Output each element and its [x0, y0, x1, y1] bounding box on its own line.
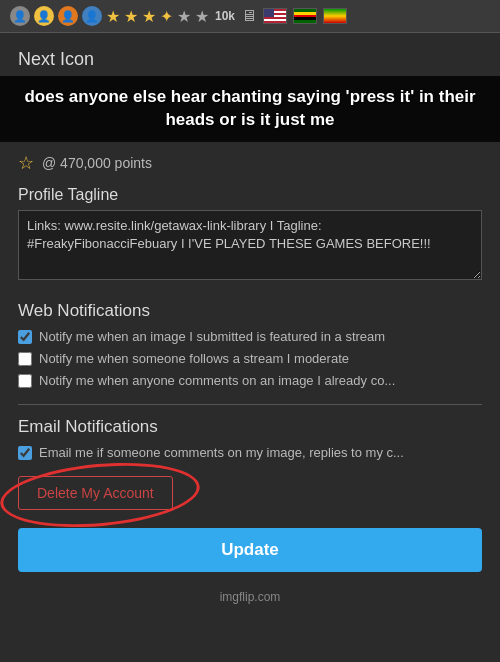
next-icon-section: Next Icon [18, 49, 482, 70]
meme-text-content: does anyone else hear chanting saying 'p… [24, 87, 475, 129]
star-icon-5: ★ [177, 7, 191, 26]
star-icon-1: ★ [106, 7, 120, 26]
email-notifications-title: Email Notifications [18, 417, 482, 437]
point-count-badge: 10k [215, 9, 235, 23]
web-notif-checkbox-3[interactable] [18, 374, 32, 388]
star-icon-4: ✦ [160, 7, 173, 26]
email-notif-item-1: Email me if someone comments on my image… [18, 445, 482, 460]
star-icon-6: ★ [195, 7, 209, 26]
footer: imgflip.com [0, 582, 500, 608]
web-notif-label-3: Notify me when anyone comments on an ima… [39, 373, 395, 388]
email-notif-checkbox-1[interactable] [18, 446, 32, 460]
next-icon-title: Next Icon [18, 49, 482, 70]
delete-account-container: Delete My Account [18, 476, 173, 510]
delete-account-button[interactable]: Delete My Account [18, 476, 173, 510]
meme-overlay-text: does anyone else hear chanting saying 'p… [0, 76, 500, 142]
flag-multi-icon [323, 8, 347, 24]
web-notif-checkbox-2[interactable] [18, 352, 32, 366]
email-notifications-section: Email Notifications Email me if someone … [18, 417, 482, 460]
level-icon-2: 👤 [34, 6, 54, 26]
level-icon-1: 👤 [10, 6, 30, 26]
star-icon-3: ★ [142, 7, 156, 26]
web-notif-item-3: Notify me when anyone comments on an ima… [18, 373, 482, 388]
main-content: Next Icon does anyone else hear chanting… [0, 33, 500, 582]
star-icon-2: ★ [124, 7, 138, 26]
monitor-icon: 🖥 [241, 7, 257, 25]
footer-text: imgflip.com [220, 590, 281, 604]
profile-tagline-section: Profile Tagline [18, 186, 482, 283]
web-notif-label-2: Notify me when someone follows a stream … [39, 351, 349, 366]
level-icon-4: 👤 [82, 6, 102, 26]
top-icon-bar: 👤 👤 👤 👤 ★ ★ ★ ✦ ★ ★ 10k 🖥 [0, 0, 500, 33]
flag-zw-icon [293, 8, 317, 24]
web-notif-checkbox-1[interactable] [18, 330, 32, 344]
update-button[interactable]: Update [18, 528, 482, 572]
flag-us-icon [263, 8, 287, 24]
web-notif-item-2: Notify me when someone follows a stream … [18, 351, 482, 366]
web-notif-item-1: Notify me when an image I submitted is f… [18, 329, 482, 344]
email-notif-label-1: Email me if someone comments on my image… [39, 445, 404, 460]
web-notifications-title: Web Notifications [18, 301, 482, 321]
points-star-icon: ☆ [18, 152, 34, 174]
web-notif-label-1: Notify me when an image I submitted is f… [39, 329, 385, 344]
points-row: ☆ @ 470,000 points [18, 152, 482, 174]
profile-tagline-label: Profile Tagline [18, 186, 482, 204]
section-divider [18, 404, 482, 405]
points-label: @ 470,000 points [42, 155, 152, 171]
web-notifications-section: Web Notifications Notify me when an imag… [18, 301, 482, 388]
level-icon-3: 👤 [58, 6, 78, 26]
profile-tagline-textarea[interactable] [18, 210, 482, 280]
